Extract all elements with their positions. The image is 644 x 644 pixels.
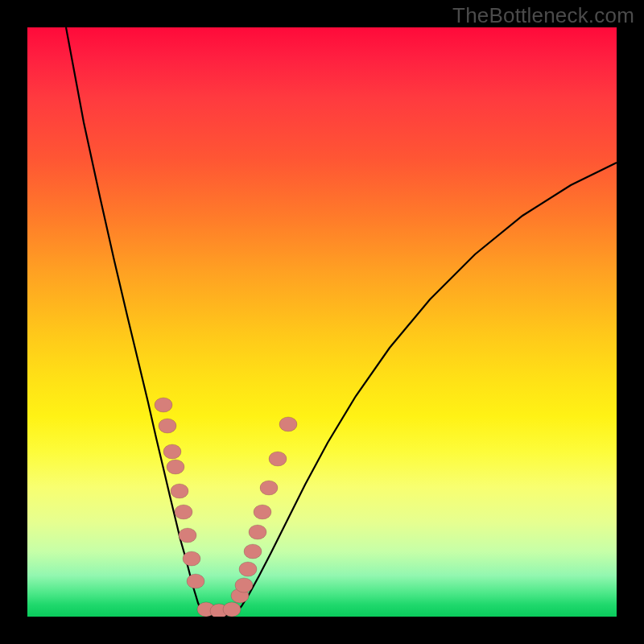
watermark-text: TheBottleneck.com xyxy=(452,3,634,28)
left-branch-path xyxy=(66,27,202,613)
marker-dot xyxy=(249,525,266,539)
marker-dot xyxy=(239,562,257,576)
marker-dot xyxy=(279,417,297,431)
marker-group xyxy=(155,398,297,617)
plot-area xyxy=(27,27,617,617)
marker-dot xyxy=(163,444,181,459)
marker-dot xyxy=(254,505,271,519)
chart-svg xyxy=(27,27,617,617)
marker-dot xyxy=(260,481,278,495)
marker-dot xyxy=(183,551,200,566)
marker-dot xyxy=(244,544,262,559)
marker-dot xyxy=(167,460,184,474)
marker-dot xyxy=(159,419,176,433)
marker-dot xyxy=(269,452,287,466)
marker-dot xyxy=(179,528,196,543)
marker-dot xyxy=(235,578,253,592)
marker-dot xyxy=(187,574,204,588)
curve-group xyxy=(66,27,617,617)
marker-dot xyxy=(223,602,241,617)
marker-dot xyxy=(171,484,188,498)
outer-frame: TheBottleneck.com xyxy=(0,0,644,644)
marker-dot xyxy=(175,505,192,519)
marker-dot xyxy=(155,398,172,412)
right-branch-path xyxy=(235,163,617,613)
